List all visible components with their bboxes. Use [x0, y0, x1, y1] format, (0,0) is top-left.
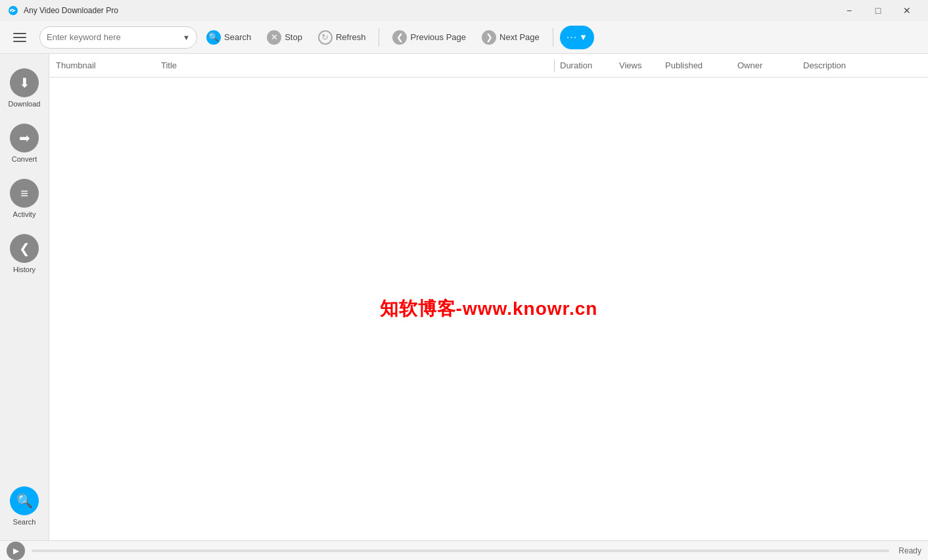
- col-published: Published: [665, 60, 737, 70]
- window-controls: − □ ✕: [836, 1, 920, 20]
- search-sidebar-icon: 🔍: [10, 486, 39, 515]
- sidebar: ⬇ Download ➡ Convert ≡ Activity ❮ Histor…: [0, 54, 49, 540]
- refresh-icon: ↻: [318, 30, 333, 45]
- convert-icon: ➡: [10, 124, 39, 152]
- col-thumbnail: Thumbnail: [56, 60, 161, 70]
- refresh-label: Refresh: [336, 32, 366, 42]
- content-area: Thumbnail Title Duration Views Published…: [49, 54, 928, 540]
- menu-line-1: [13, 33, 26, 34]
- sidebar-item-convert[interactable]: ➡ Convert: [0, 116, 49, 171]
- sidebar-download-label: Download: [9, 100, 41, 108]
- progress-bar: [32, 549, 889, 552]
- toolbar-separator-2: [553, 28, 553, 47]
- search-button[interactable]: 🔍 Search: [200, 26, 258, 49]
- col-views: Views: [619, 60, 665, 70]
- previous-page-label: Previous Page: [410, 32, 466, 42]
- next-page-icon: ❯: [482, 30, 496, 45]
- keyword-search-input[interactable]: [47, 32, 183, 42]
- next-page-label: Next Page: [499, 32, 540, 42]
- app-icon: [8, 5, 18, 16]
- sidebar-item-download[interactable]: ⬇ Download: [0, 60, 49, 116]
- col-description: Description: [803, 60, 921, 70]
- sidebar-item-activity[interactable]: ≡ Activity: [0, 171, 49, 226]
- search-label: Search: [224, 32, 251, 42]
- col-duration: Duration: [560, 60, 619, 70]
- app-container: ▼ 🔍 Search ✕ Stop ↻ Refresh ❮ Previous P…: [0, 21, 928, 560]
- sidebar-search-label: Search: [13, 518, 36, 526]
- status-text: Ready: [898, 546, 921, 555]
- col-owner: Owner: [737, 60, 803, 70]
- sidebar-activity-label: Activity: [13, 210, 36, 218]
- col-separator-1: [554, 59, 555, 72]
- close-button[interactable]: ✕: [894, 1, 920, 20]
- menu-button[interactable]: [8, 26, 32, 49]
- search-icon: 🔍: [206, 30, 221, 45]
- menu-line-2: [13, 37, 26, 38]
- col-title: Title: [161, 60, 549, 70]
- search-dropdown-arrow[interactable]: ▼: [183, 34, 190, 41]
- app-title: Any Video Downloader Pro: [24, 6, 836, 15]
- stop-label: Stop: [285, 32, 302, 42]
- play-button[interactable]: ▶: [7, 542, 25, 560]
- main-area: ⬇ Download ➡ Convert ≡ Activity ❮ Histor…: [0, 54, 928, 540]
- sidebar-item-history[interactable]: ❮ History: [0, 226, 49, 281]
- minimize-button[interactable]: −: [836, 1, 862, 20]
- history-icon: ❮: [10, 234, 39, 263]
- previous-page-button[interactable]: ❮ Previous Page: [386, 26, 473, 49]
- activity-icon: ≡: [10, 179, 39, 208]
- refresh-button[interactable]: ↻ Refresh: [312, 26, 373, 49]
- title-bar: Any Video Downloader Pro − □ ✕: [0, 0, 928, 21]
- previous-page-icon: ❮: [392, 30, 407, 45]
- sidebar-history-label: History: [13, 266, 35, 273]
- stop-icon: ✕: [267, 30, 281, 45]
- status-bar: ▶ Ready: [0, 540, 928, 560]
- menu-line-3: [13, 41, 26, 42]
- sidebar-item-search[interactable]: 🔍 Search: [0, 478, 49, 534]
- maximize-button[interactable]: □: [865, 1, 891, 20]
- download-icon: ⬇: [10, 68, 39, 97]
- sidebar-convert-label: Convert: [12, 155, 37, 163]
- toolbar-separator-1: [379, 28, 379, 47]
- keyword-search-wrapper: ▼: [39, 26, 197, 49]
- stop-button[interactable]: ✕ Stop: [260, 26, 309, 49]
- more-button[interactable]: ··· ▼: [560, 26, 594, 49]
- next-page-button[interactable]: ❯ Next Page: [475, 26, 546, 49]
- more-dropdown-arrow: ▼: [579, 32, 588, 42]
- table-header: Thumbnail Title Duration Views Published…: [49, 54, 928, 78]
- toolbar: ▼ 🔍 Search ✕ Stop ↻ Refresh ❮ Previous P…: [0, 21, 928, 54]
- more-dots: ···: [567, 32, 577, 43]
- content-body: 知软博客-www.knowr.cn: [49, 78, 928, 540]
- watermark-text: 知软博客-www.knowr.cn: [380, 296, 598, 321]
